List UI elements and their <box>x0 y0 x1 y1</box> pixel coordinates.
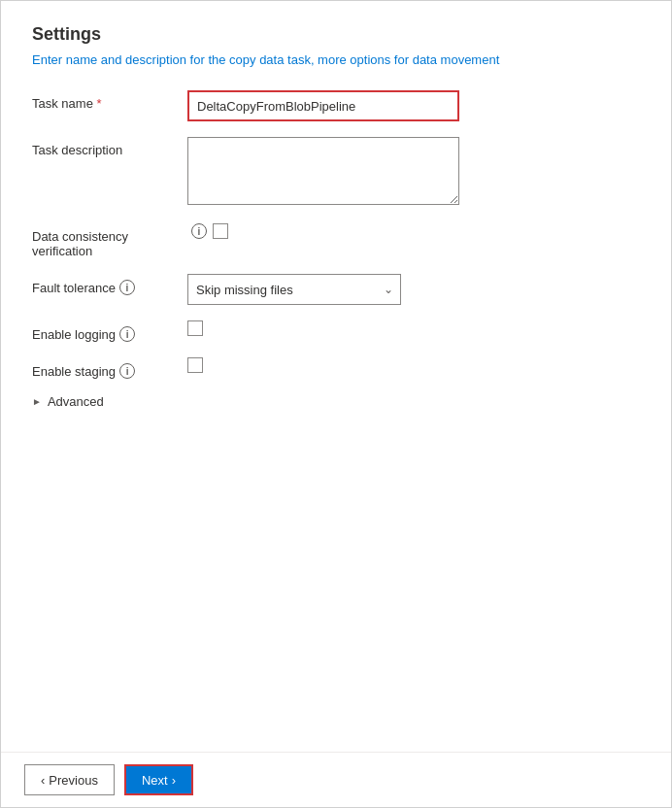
task-name-control <box>187 90 640 121</box>
next-icon: › <box>172 773 176 788</box>
advanced-label: Advanced <box>48 394 104 409</box>
enable-staging-label: Enable staging i <box>32 357 187 379</box>
data-consistency-row: Data consistency verification i <box>32 223 640 258</box>
task-description-row: Task description <box>32 137 640 208</box>
enable-logging-checkbox[interactable] <box>187 320 203 336</box>
fault-tolerance-select[interactable]: Skip missing files Skip incompatible row… <box>187 274 401 305</box>
page-subtitle: Enter name and description for the copy … <box>32 52 640 67</box>
previous-icon: ‹ <box>41 773 45 788</box>
enable-logging-label: Enable logging i <box>32 320 187 342</box>
task-description-label: Task description <box>32 137 187 157</box>
data-consistency-info-icon[interactable]: i <box>191 223 207 239</box>
advanced-chevron-icon: ► <box>32 396 42 407</box>
enable-logging-info-icon[interactable]: i <box>119 326 135 342</box>
data-consistency-checkbox-row: i <box>187 223 640 239</box>
data-consistency-checkbox[interactable] <box>213 223 228 239</box>
enable-staging-info-icon[interactable]: i <box>119 363 135 379</box>
task-name-label: Task name * <box>32 90 187 111</box>
fault-tolerance-select-wrapper: Skip missing files Skip incompatible row… <box>187 274 401 305</box>
next-button[interactable]: Next › <box>124 764 193 795</box>
task-name-input[interactable] <box>187 90 459 121</box>
data-consistency-label: Data consistency verification <box>32 223 187 258</box>
enable-logging-control <box>187 320 640 339</box>
next-label: Next <box>142 773 168 788</box>
previous-button[interactable]: ‹ Previous <box>24 764 115 795</box>
enable-staging-checkbox[interactable] <box>187 357 203 373</box>
required-indicator: * <box>97 96 102 111</box>
footer: ‹ Previous Next › <box>1 752 671 807</box>
settings-window: Settings Enter name and description for … <box>0 0 672 808</box>
enable-logging-row: Enable logging i <box>32 320 640 342</box>
enable-staging-row: Enable staging i <box>32 357 640 379</box>
main-content: Settings Enter name and description for … <box>1 1 671 752</box>
fault-tolerance-label: Fault tolerance i <box>32 274 187 295</box>
task-name-row: Task name * <box>32 90 640 121</box>
fault-tolerance-info-icon[interactable]: i <box>119 280 135 295</box>
advanced-section[interactable]: ► Advanced <box>32 394 640 409</box>
previous-label: Previous <box>49 773 98 788</box>
fault-tolerance-row: Fault tolerance i Skip missing files Ski… <box>32 274 640 305</box>
enable-staging-control <box>187 357 640 376</box>
task-description-input[interactable] <box>187 137 459 205</box>
page-title: Settings <box>32 24 640 45</box>
data-consistency-control: i <box>187 223 640 239</box>
task-description-control <box>187 137 640 208</box>
fault-tolerance-control: Skip missing files Skip incompatible row… <box>187 274 640 305</box>
